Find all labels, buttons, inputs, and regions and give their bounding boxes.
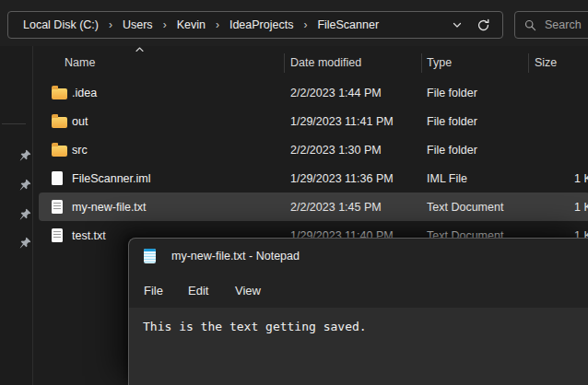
pinned-item[interactable] <box>18 207 31 220</box>
column-divider[interactable] <box>528 53 529 73</box>
file-date-modified: 2/2/2023 1:30 PM <box>290 135 382 164</box>
breadcrumb-separator-icon[interactable]: › <box>209 18 226 31</box>
notepad-window-title: my-new-file.txt - Notepad <box>171 250 300 262</box>
breadcrumb-separator-icon[interactable]: › <box>157 18 173 31</box>
notepad-icon <box>144 249 156 263</box>
file-row-idea[interactable]: .idea 2/2/2023 1:44 PM File folder <box>33 78 588 107</box>
file-row-filescanner-iml[interactable]: FileScanner.iml 1/29/2023 11:36 PM IML F… <box>33 164 588 192</box>
column-header-type[interactable]: Type <box>427 56 452 69</box>
refresh-icon <box>476 18 490 32</box>
file-name: test.txt <box>72 221 106 250</box>
column-divider[interactable] <box>421 53 422 73</box>
file-name: FileScanner.iml <box>72 164 150 192</box>
address-bar[interactable]: Local Disk (C:) › Users › Kevin › IdeaPr… <box>7 11 503 39</box>
file-date-modified: 1/29/2023 11:41 PM <box>290 107 394 135</box>
text-document-icon <box>52 228 63 242</box>
pushpin-icon <box>19 208 31 220</box>
file-date-modified: 2/2/2023 1:44 PM <box>290 78 382 107</box>
menu-view[interactable]: View <box>233 273 263 308</box>
file-name: out <box>72 107 88 135</box>
file-size <box>574 107 588 135</box>
pushpin-icon <box>19 237 31 249</box>
search-icon <box>524 19 536 31</box>
file-date-modified: 2/2/2023 1:45 PM <box>290 192 382 221</box>
search-placeholder: Search <box>545 18 582 31</box>
file-size <box>574 78 588 107</box>
column-divider[interactable] <box>284 53 285 73</box>
menu-edit[interactable]: Edit <box>186 273 210 308</box>
file-size <box>574 135 588 164</box>
breadcrumb: Local Disk (C:) › Users › Kevin › IdeaPr… <box>19 17 382 33</box>
pinned-item[interactable] <box>18 236 31 249</box>
file-type: File folder <box>427 78 477 107</box>
file-name: my-new-file.txt <box>72 192 147 221</box>
refresh-button[interactable] <box>469 14 497 36</box>
file-date-modified: 1/29/2023 11:36 PM <box>290 164 394 192</box>
pinned-item[interactable] <box>18 148 31 161</box>
file-size: 1 KB <box>574 192 588 221</box>
breadcrumb-separator-icon[interactable]: › <box>297 18 313 31</box>
pushpin-icon <box>19 149 31 161</box>
breadcrumb-item-kevin[interactable]: Kevin <box>173 17 209 33</box>
file-icon <box>52 171 63 185</box>
notepad-text-area[interactable]: This is the text getting saved. <box>129 308 588 385</box>
breadcrumb-item-ideaprojects[interactable]: IdeaProjects <box>226 17 297 33</box>
file-list: .idea 2/2/2023 1:44 PM File folder out 1… <box>33 78 588 250</box>
address-dropdown-button[interactable] <box>445 14 469 36</box>
pushpin-icon <box>19 179 31 191</box>
folder-icon <box>52 88 67 99</box>
search-input[interactable]: Search <box>514 11 588 39</box>
file-type: IML File <box>427 164 467 192</box>
notepad-menu-bar: File Edit View <box>129 273 588 308</box>
file-row-out[interactable]: out 1/29/2023 11:41 PM File folder <box>33 107 588 135</box>
breadcrumb-item-users[interactable]: Users <box>119 17 157 33</box>
column-header-name[interactable]: Name <box>65 56 95 69</box>
column-header-date-modified[interactable]: Date modified <box>290 56 361 69</box>
breadcrumb-item-local-disk[interactable]: Local Disk (C:) <box>19 17 102 33</box>
file-type: Text Document <box>427 192 503 221</box>
text-document-icon <box>52 200 63 214</box>
file-type: File folder <box>427 135 477 164</box>
nav-section-divider <box>2 123 26 124</box>
breadcrumb-separator-icon[interactable]: › <box>102 18 119 31</box>
sort-ascending-icon <box>135 47 144 52</box>
notepad-title-bar[interactable]: my-new-file.txt - Notepad <box>129 239 588 273</box>
file-name: .idea <box>72 78 97 107</box>
file-row-src[interactable]: src 2/2/2023 1:30 PM File folder <box>33 135 588 164</box>
column-headers: Name Date modified Type Size <box>33 53 588 74</box>
folder-icon <box>52 146 67 157</box>
file-name: src <box>72 135 88 164</box>
column-header-size[interactable]: Size <box>535 56 557 69</box>
file-size: 1 KB <box>574 164 588 192</box>
notepad-window[interactable]: my-new-file.txt - Notepad File Edit View… <box>128 238 588 385</box>
chevron-down-icon <box>452 19 463 30</box>
file-row-my-new-file-selected[interactable]: my-new-file.txt 2/2/2023 1:45 PM Text Do… <box>33 192 588 221</box>
notepad-content: This is the text getting saved. <box>143 320 588 333</box>
breadcrumb-item-filescanner[interactable]: FileScanner <box>313 17 382 33</box>
file-type: File folder <box>427 107 477 135</box>
pinned-item[interactable] <box>18 178 31 191</box>
menu-file[interactable]: File <box>142 273 165 308</box>
folder-icon <box>52 117 67 128</box>
